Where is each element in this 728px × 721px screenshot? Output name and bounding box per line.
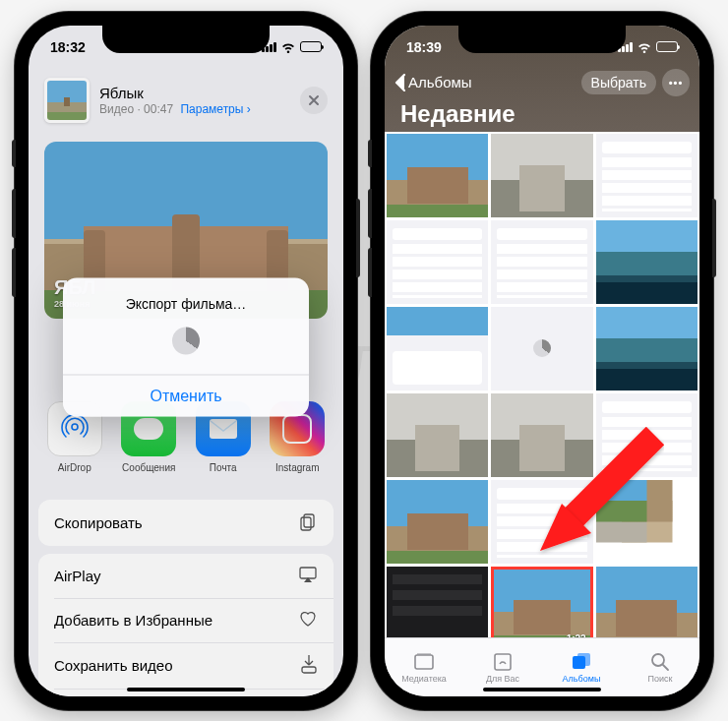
right-screen: 18:39 Альбомы Выбрать ••• Недавние bbox=[385, 26, 699, 696]
grid-photo[interactable] bbox=[387, 134, 488, 217]
grid-photo[interactable] bbox=[387, 393, 488, 477]
action-favorite[interactable]: Добавить в Избранные bbox=[38, 598, 334, 642]
albums-icon bbox=[570, 650, 593, 672]
alert-title: Экспорт фильма… bbox=[63, 277, 309, 323]
wifi-icon bbox=[637, 41, 652, 53]
search-icon bbox=[648, 650, 672, 672]
grid-photo[interactable] bbox=[387, 480, 488, 564]
page-title: Недавние bbox=[385, 98, 699, 128]
grid-photo[interactable] bbox=[387, 220, 488, 304]
notch bbox=[458, 26, 626, 53]
grid-photo[interactable] bbox=[491, 307, 592, 391]
action-airplay[interactable]: AirPlay bbox=[38, 554, 334, 598]
share-title: Яблык bbox=[99, 85, 290, 101]
grid-photo[interactable] bbox=[387, 307, 488, 391]
progress-icon bbox=[172, 327, 200, 354]
airplay-icon bbox=[298, 566, 318, 586]
grid-photo[interactable] bbox=[491, 480, 592, 564]
highlight-video[interactable]: ЯБЛЫК 1:22 bbox=[491, 567, 592, 637]
grid-photo[interactable] bbox=[491, 220, 592, 304]
heart-icon bbox=[298, 610, 318, 631]
back-button[interactable]: Альбомы bbox=[394, 74, 472, 91]
battery-icon bbox=[300, 41, 322, 52]
actions-list: Скопировать AirPlay Добавить в Избранные bbox=[38, 500, 334, 696]
grid-photo[interactable] bbox=[491, 134, 592, 217]
svg-rect-4 bbox=[300, 568, 316, 578]
export-alert: Экспорт фильма… Отменить bbox=[63, 277, 309, 416]
alert-cancel-button[interactable]: Отменить bbox=[63, 375, 309, 416]
grid-photo[interactable] bbox=[596, 480, 698, 564]
action-save[interactable]: Сохранить видео bbox=[38, 642, 334, 689]
params-link[interactable]: Параметры › bbox=[180, 102, 250, 116]
svg-rect-3 bbox=[301, 517, 311, 530]
share-header: Яблык Видео · 00:47 Параметры › bbox=[29, 69, 343, 132]
copy-icon bbox=[298, 511, 318, 534]
foryou-icon bbox=[491, 650, 515, 672]
grid-photo[interactable] bbox=[596, 393, 698, 477]
video-thumbnail[interactable] bbox=[44, 78, 90, 123]
svg-rect-9 bbox=[417, 653, 431, 655]
right-phone: 18:39 Альбомы Выбрать ••• Недавние bbox=[371, 12, 713, 710]
svg-point-13 bbox=[652, 654, 664, 666]
library-icon bbox=[412, 650, 436, 672]
select-button[interactable]: Выбрать bbox=[581, 71, 656, 94]
svg-point-0 bbox=[72, 424, 78, 430]
svg-rect-12 bbox=[577, 653, 590, 666]
grid-photo[interactable] bbox=[596, 220, 698, 304]
left-phone: 18:32 Яблык Видео · 00:47 Параметры › bbox=[15, 12, 357, 710]
action-copy[interactable]: Скопировать bbox=[38, 500, 334, 546]
grid-photo[interactable] bbox=[491, 393, 592, 477]
svg-rect-2 bbox=[304, 514, 314, 527]
notch bbox=[102, 26, 270, 53]
download-icon bbox=[300, 654, 318, 677]
svg-rect-8 bbox=[415, 655, 433, 669]
more-icon[interactable]: ••• bbox=[662, 69, 690, 96]
photo-grid[interactable]: ЯБЛЫК 1:22 bbox=[385, 132, 699, 637]
share-subtitle: Видео · 00:47 Параметры › bbox=[99, 102, 290, 116]
battery-icon bbox=[656, 41, 678, 52]
grid-photo[interactable] bbox=[596, 134, 698, 217]
status-time: 18:32 bbox=[50, 39, 86, 55]
grid-photo[interactable] bbox=[596, 307, 698, 391]
status-time: 18:39 bbox=[406, 39, 442, 55]
grid-photo[interactable] bbox=[596, 567, 698, 637]
home-indicator[interactable] bbox=[127, 688, 245, 691]
tab-search[interactable]: Поиск bbox=[621, 638, 699, 696]
close-icon[interactable] bbox=[300, 87, 328, 114]
svg-rect-5 bbox=[302, 667, 316, 673]
left-screen: 18:32 Яблык Видео · 00:47 Параметры › bbox=[29, 26, 343, 696]
home-indicator[interactable] bbox=[483, 688, 601, 691]
tab-library[interactable]: Медиатека bbox=[385, 638, 463, 696]
svg-rect-1 bbox=[210, 419, 237, 439]
grid-photo[interactable] bbox=[387, 567, 488, 637]
wifi-icon bbox=[280, 41, 296, 53]
